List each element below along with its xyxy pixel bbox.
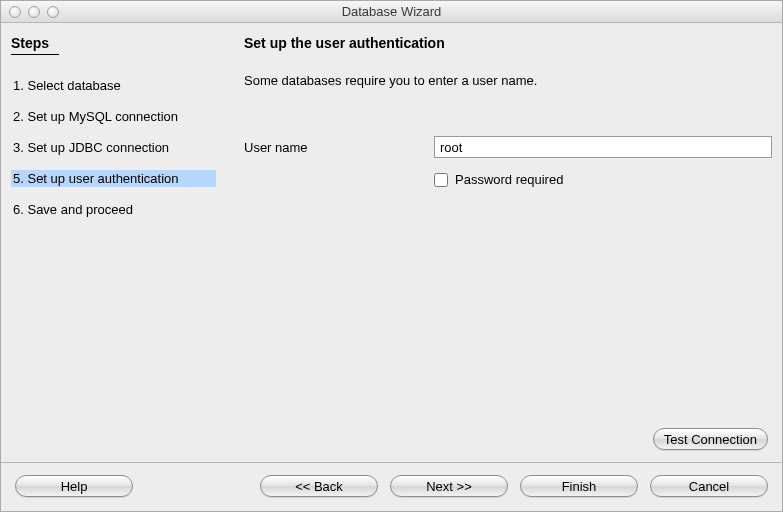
zoom-window-button[interactable] [47,6,59,18]
window-controls [9,6,59,18]
step-item-mysql-connection[interactable]: 2. Set up MySQL connection [11,108,216,125]
test-connection-button[interactable]: Test Connection [653,428,768,450]
content-heading: Set up the user authentication [244,35,772,51]
cancel-button[interactable]: Cancel [650,475,768,497]
password-required-checkbox[interactable] [434,173,448,187]
content-description: Some databases require you to enter a us… [244,73,772,88]
username-input[interactable] [434,136,772,158]
test-connection-wrap: Test Connection [653,428,768,450]
main-area: Steps 1. Select database 2. Set up MySQL… [1,23,782,462]
step-label: Set up MySQL connection [27,109,178,124]
titlebar: Database Wizard [1,1,782,23]
close-window-button[interactable] [9,6,21,18]
finish-button[interactable]: Finish [520,475,638,497]
wizard-window: Database Wizard Steps 1. Select database… [0,0,783,512]
step-item-select-database[interactable]: 1. Select database [11,77,216,94]
step-number: 2. [13,109,24,124]
next-button[interactable]: Next >> [390,475,508,497]
steps-heading: Steps [11,35,59,55]
username-row: User name [244,136,772,158]
button-bar: Help << Back Next >> Finish Cancel [1,462,782,511]
password-required-row: Password required [434,172,772,187]
step-item-save-proceed[interactable]: 6. Save and proceed [11,201,216,218]
step-number: 5. [13,171,24,186]
step-label: Select database [27,78,120,93]
step-number: 1. [13,78,24,93]
step-number: 6. [13,202,24,217]
wizard-body: Steps 1. Select database 2. Set up MySQL… [1,23,782,511]
help-button[interactable]: Help [15,475,133,497]
nav-button-group: << Back Next >> Finish Cancel [260,475,768,497]
minimize-window-button[interactable] [28,6,40,18]
step-number: 3. [13,140,24,155]
step-item-jdbc-connection[interactable]: 3. Set up JDBC connection [11,139,216,156]
back-button[interactable]: << Back [260,475,378,497]
content-panel: Set up the user authentication Some data… [226,35,772,456]
steps-list: 1. Select database 2. Set up MySQL conne… [11,77,216,218]
window-title: Database Wizard [1,4,782,19]
steps-sidebar: Steps 1. Select database 2. Set up MySQL… [11,35,226,456]
step-label: Set up user authentication [27,171,178,186]
username-label: User name [244,140,434,155]
password-required-label: Password required [455,172,563,187]
step-label: Save and proceed [27,202,133,217]
step-item-user-authentication[interactable]: 5. Set up user authentication [11,170,216,187]
step-label: Set up JDBC connection [27,140,169,155]
